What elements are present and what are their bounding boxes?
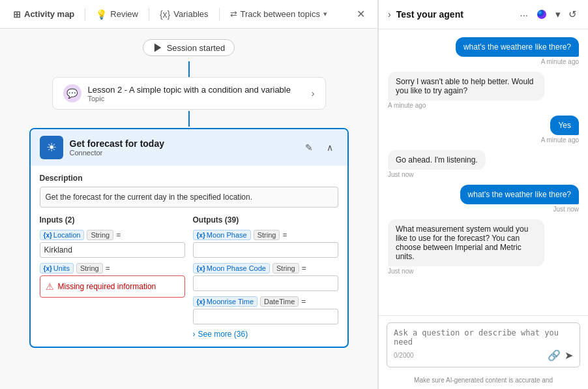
session-started-button[interactable]: Session started <box>143 39 235 56</box>
agent-message-4: Go ahead. I'm listening. Just now <box>388 150 486 179</box>
chat-header: › Test your agent ··· ▾ ↺ <box>379 0 588 29</box>
back-arrow[interactable]: › <box>388 9 391 20</box>
see-more-button[interactable]: › See more (36) <box>193 330 338 339</box>
location-equals: = <box>116 230 121 240</box>
track-chevron: ▾ <box>323 10 327 18</box>
user-bubble-5: what's the weather like there? <box>460 185 579 204</box>
location-input-item: {x} Location String = <box>40 230 185 258</box>
user-message-5: what's the weather like there? Just now <box>460 185 579 214</box>
connector-card: ☀ Get forecast for today Connector ✎ ∧ D… <box>29 128 349 348</box>
moonrise-time-item: {x} Moonrise Time DateTime = <box>193 296 338 324</box>
msg1-time: A minute ago <box>541 58 579 65</box>
connector-line-1 <box>188 61 190 77</box>
copilot-logo <box>534 7 550 22</box>
moonrise-var-row: {x} Moonrise Time DateTime = <box>193 296 338 307</box>
connector-title: Get forecast for today <box>70 138 164 149</box>
location-var-tag: {x} Location <box>40 230 85 240</box>
connector-title-info: Get forecast for today Connector <box>70 138 164 157</box>
right-panel: › Test your agent ··· ▾ ↺ <box>378 0 588 389</box>
msg5-time: Just now <box>553 206 579 213</box>
location-type-badge: String <box>87 230 113 240</box>
outputs-header: Outputs (39) <box>193 215 338 225</box>
chat-title: Test your agent <box>396 9 513 20</box>
refresh-button[interactable]: ↺ <box>566 7 579 22</box>
nav-activity-map[interactable]: ⊞ Activity map <box>8 6 80 23</box>
dropdown-button[interactable]: ▾ <box>553 7 563 22</box>
inputs-section: Inputs (2) {x} Location String = <box>40 215 185 339</box>
moon-phase-input[interactable] <box>193 242 338 258</box>
connector-body: Description Get the forecast for the cur… <box>31 166 347 347</box>
char-count: 0/2000 <box>394 352 414 359</box>
nav-variables[interactable]: {x} Variables <box>154 6 214 23</box>
chat-input-area: 0/2000 🔗 ➤ <box>379 315 588 374</box>
send-button[interactable]: ➤ <box>565 349 573 362</box>
review-icon: 💡 <box>96 9 107 20</box>
description-label: Description <box>40 174 338 183</box>
left-panel: ⊞ Activity map 💡 Review {x} Variables ⇄ … <box>0 0 378 389</box>
connector-header: ☀ Get forecast for today Connector ✎ ∧ <box>31 129 347 166</box>
topic-subtitle: Topic <box>88 95 305 102</box>
units-input-item: {x} Units String = ⚠ Missing required in… <box>40 263 185 298</box>
close-button[interactable]: ✕ <box>351 5 370 23</box>
moon-phase-code-var-tag: {x} Moon Phase Code <box>193 263 270 273</box>
nav-divider-3 <box>219 8 220 21</box>
connector-actions: ✎ ∧ <box>301 139 338 156</box>
units-error-box: ⚠ Missing required information <box>40 275 185 298</box>
msg3-time: A minute ago <box>541 136 579 144</box>
session-started-wrapper: Session started <box>143 39 235 56</box>
user-message-3: Yes A minute ago <box>541 116 579 145</box>
moonrise-input[interactable] <box>193 309 338 324</box>
location-input-field[interactable] <box>40 242 185 258</box>
units-label: Units <box>53 264 70 272</box>
inputs-header: Inputs (2) <box>40 215 185 225</box>
moon-phase-type: String <box>254 230 280 240</box>
chat-messages: what's the weathere like there? A minute… <box>379 29 588 315</box>
nav-track-between-topics[interactable]: ⇄ Track between topics ▾ <box>225 6 332 22</box>
connector-type: Connector <box>70 149 164 157</box>
track-icon: ⇄ <box>230 9 237 19</box>
user-bubble-3: Yes <box>550 116 579 135</box>
see-more-chevron: › <box>193 330 196 339</box>
moon-phase-code-item: {x} Moon Phase Code String = <box>193 263 338 291</box>
location-label: Location <box>53 231 81 239</box>
moonrise-type: DateTime <box>260 296 299 307</box>
io-row: Inputs (2) {x} Location String = <box>40 215 338 339</box>
agent-bubble-6: What measurement system would you like t… <box>388 219 544 266</box>
nav-divider-1 <box>85 8 85 21</box>
moon-phase-code-type: String <box>272 263 299 273</box>
svg-point-0 <box>537 10 546 19</box>
topic-card[interactable]: 💬 Lesson 2 - A simple topic with a condi… <box>52 77 326 110</box>
location-var-row: {x} Location String = <box>40 230 185 240</box>
chat-action-buttons: 🔗 ➤ <box>548 349 573 362</box>
msg6-time: Just now <box>388 268 413 275</box>
moonrise-var-tag: {x} Moonrise Time <box>193 296 258 307</box>
moon-phase-code-label: Moon Phase Code <box>207 264 266 272</box>
session-started-label: Session started <box>167 43 226 53</box>
moon-phase-item: {x} Moon Phase String = <box>193 230 338 258</box>
edit-button[interactable]: ✎ <box>301 139 317 156</box>
nav-review[interactable]: 💡 Review <box>91 6 143 23</box>
units-equals: = <box>106 264 110 273</box>
nav-divider-2 <box>149 8 149 21</box>
attachment-button[interactable]: 🔗 <box>548 349 561 362</box>
more-options-button[interactable]: ··· <box>518 7 530 22</box>
moonrise-label: Moonrise Time <box>207 298 254 305</box>
canvas-area: Session started 💬 Lesson 2 - A simple to… <box>0 29 377 389</box>
user-bubble-1: what's the weathere like there? <box>456 37 579 57</box>
units-var-tag: {x} Units <box>40 263 74 273</box>
msg2-time: A minute ago <box>388 102 426 109</box>
error-text: Missing required information <box>58 282 156 291</box>
agent-bubble-4: Go ahead. I'm listening. <box>388 150 486 170</box>
topic-title: Lesson 2 - A simple topic with a conditi… <box>88 85 305 95</box>
units-type-badge: String <box>76 263 103 273</box>
chat-input[interactable] <box>394 328 573 347</box>
user-message-1: what's the weathere like there? A minute… <box>456 37 579 67</box>
topic-text: Lesson 2 - A simple topic with a conditi… <box>88 85 305 102</box>
chat-disclaimer: Make sure AI-generated content is accura… <box>379 374 588 389</box>
map-icon: ⊞ <box>13 9 21 20</box>
moon-phase-var-row: {x} Moon Phase String = <box>193 230 338 240</box>
moon-phase-code-input[interactable] <box>193 275 338 291</box>
moon-phase-label: Moon Phase <box>207 231 247 239</box>
topic-icon: 💬 <box>63 84 81 102</box>
expand-button[interactable]: ∧ <box>321 139 338 156</box>
